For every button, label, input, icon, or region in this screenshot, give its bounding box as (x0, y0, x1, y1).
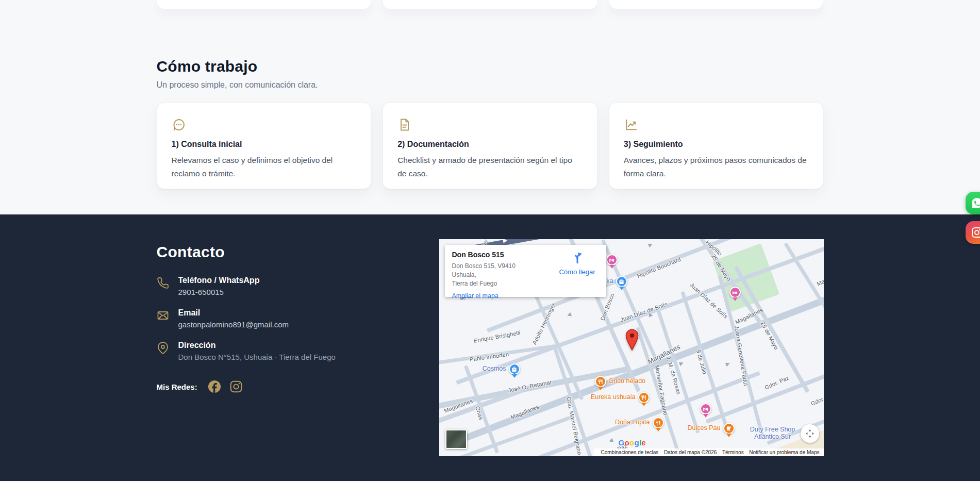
attribution-item[interactable]: Notificar un problema de Maps (749, 450, 819, 455)
restaurant-marker[interactable] (595, 376, 606, 387)
contact-label: Dirección (178, 341, 336, 350)
section-title: Cómo trabajo (157, 58, 824, 75)
instagram-white-icon (971, 226, 980, 239)
enlarge-map-link[interactable]: Ampliar el mapa (452, 292, 499, 300)
satellite-inset-thumbnail[interactable] (445, 429, 467, 449)
directions-icon (571, 256, 584, 265)
pin-icon (157, 342, 169, 354)
card-body: Avances, plazos y próximos pasos comunic… (624, 154, 809, 180)
process-card: 2) DocumentaciónChecklist y armado de pr… (383, 102, 597, 189)
directions-link[interactable]: Cómo llegar (554, 250, 601, 276)
contact-value[interactable]: 2901-650015 (178, 288, 260, 296)
whatsapp-icon (971, 197, 980, 209)
contact-value: Don Bosco N°515, Ushuaia · Tierra del Fu… (178, 353, 336, 361)
chart-icon (624, 118, 638, 132)
contact-item: DirecciónDon Bosco N°515, Ushuaia · Tier… (157, 341, 414, 361)
lodging-marker[interactable] (606, 254, 618, 265)
social-label: Mis Redes: (157, 383, 197, 391)
contact-items: Teléfono / WhatsApp2901-650015Emailgasto… (157, 276, 414, 361)
poi-label: Dulces Pau (688, 424, 721, 431)
street-label: José O. Retamar (507, 379, 552, 393)
street-label: Ma (816, 278, 824, 287)
road-arrow (503, 239, 507, 243)
card-title: 2) Documentación (397, 140, 583, 149)
contact-item: Teléfono / WhatsApp2901-650015 (157, 276, 414, 296)
mail-icon (157, 309, 169, 322)
contact-text: Teléfono / WhatsApp2901-650015 (178, 276, 260, 296)
poi-label: Eureka ushuaia (591, 393, 636, 401)
map-info-card: Don Bosco 515 Don Bosco 515, V9410 Ushua… (445, 245, 606, 297)
instagram-icon[interactable] (229, 380, 243, 393)
footer: Contacto Teléfono / WhatsApp2901-650015E… (0, 214, 980, 481)
street-label: Juana Genoveva Fadul (733, 325, 749, 386)
contact-value[interactable]: gastonpalomino891@gmail.com (178, 320, 289, 329)
poi-label: Doña Lupita (615, 419, 650, 426)
card-partial (609, 0, 824, 9)
street-label: Pablo Imboden (469, 351, 509, 363)
restaurant-marker[interactable] (638, 392, 650, 403)
contact-item: Emailgastonpalomino891@gmail.com (157, 308, 414, 329)
street-label: Gdor. (809, 395, 823, 407)
how-i-work-section: Cómo trabajo Un proceso simple, con comu… (157, 58, 824, 189)
map-red-pin[interactable] (625, 329, 639, 353)
poi-label: Grido helado (609, 377, 646, 385)
card-body: Relevamos el caso y definimos el objetiv… (172, 154, 357, 180)
contact-label: Teléfono / WhatsApp (178, 276, 260, 285)
road-arrow (647, 242, 653, 247)
phone-icon (157, 277, 169, 289)
road-arrow (678, 361, 684, 366)
card-title: 3) Seguimiento (624, 140, 809, 149)
social-row: Mis Redes: (157, 380, 414, 393)
contact-title: Contacto (157, 243, 414, 261)
poi-label: Cosmos (483, 365, 506, 372)
card-partial (157, 0, 372, 9)
previous-section-cards (157, 0, 824, 9)
shopping-marker[interactable] (509, 363, 520, 375)
document-icon (397, 118, 412, 132)
street-label: Hipólito Bouchard (636, 256, 681, 279)
lodging-marker[interactable] (700, 403, 711, 414)
how-cards-grid: 1) Consulta inicialRelevamos el caso y d… (157, 102, 824, 189)
card-title: 1) Consulta inicial (172, 140, 357, 149)
map-attribution-bar: Combinaciones de teclasDatos del mapa ©2… (594, 448, 824, 456)
info-card-address: Don Bosco 515, V9410 Ushuaia, Tierra del… (452, 262, 540, 288)
contact-text: DirecciónDon Bosco N°515, Ushuaia · Tier… (178, 341, 336, 361)
whatsapp-float-button[interactable] (966, 192, 980, 214)
section-subtitle: Un proceso simple, con comunicación clar… (157, 80, 824, 90)
contact-column: Contacto Teléfono / WhatsApp2901-650015E… (157, 239, 414, 456)
road-arrow (725, 361, 730, 367)
attribution-item: Datos del mapa ©2026 (664, 450, 717, 455)
road-arrow (566, 312, 571, 318)
attribution-item[interactable]: Combinaciones de teclas (601, 450, 659, 455)
contact-label: Email (178, 308, 289, 318)
instagram-float-button[interactable] (966, 221, 980, 244)
process-card: 3) SeguimientoAvances, plazos y próximos… (609, 102, 824, 189)
contact-text: Emailgastonpalomino891@gmail.com (178, 308, 289, 329)
street-label: Enrique Brisighelli (473, 329, 521, 344)
shopping-marker[interactable] (616, 276, 627, 287)
card-body: Checklist y armado de presentación según… (397, 154, 583, 180)
google-logo[interactable]: Google (619, 438, 646, 447)
process-card: 1) Consulta inicialRelevamos el caso y d… (157, 102, 372, 189)
card-partial (383, 0, 597, 9)
google-map[interactable]: Hipólito BouchardHipólito25 de MayoJuan … (439, 239, 824, 456)
poi-label: Duty Free Shop Atlántico Sur (750, 426, 795, 440)
chat-icon (172, 118, 186, 132)
facebook-icon[interactable] (208, 380, 221, 393)
restaurant-marker[interactable] (653, 417, 664, 428)
map-pan-control[interactable] (801, 424, 819, 443)
cafe-marker[interactable] (723, 423, 735, 434)
attribution-item[interactable]: Términos (722, 450, 744, 455)
lodging-marker[interactable] (729, 287, 741, 298)
road-arrow (608, 438, 613, 443)
street-label: Gdor. Paz (763, 374, 790, 391)
